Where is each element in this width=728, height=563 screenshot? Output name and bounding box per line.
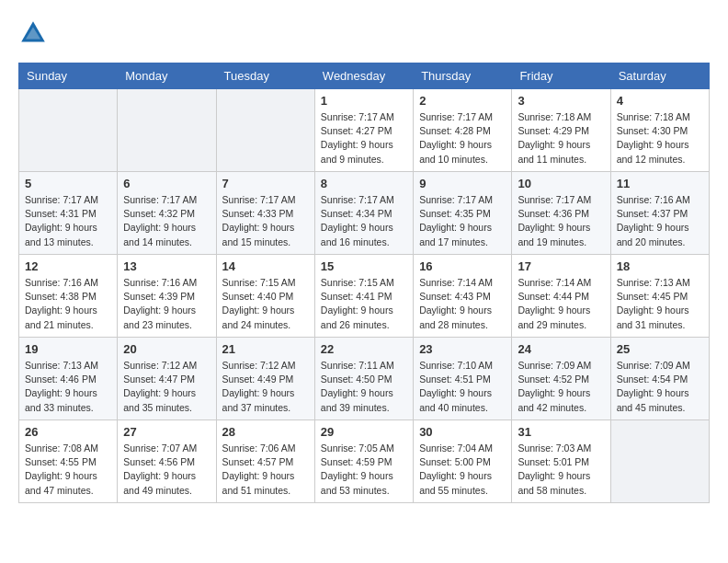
logo (18, 18, 51, 48)
day-info: Sunrise: 7:11 AMSunset: 4:50 PMDaylight:… (321, 359, 407, 415)
day-number: 22 (321, 342, 407, 356)
calendar-week-row: 26Sunrise: 7:08 AMSunset: 4:55 PMDayligh… (19, 420, 710, 503)
day-number: 19 (25, 342, 111, 356)
calendar-cell: 29Sunrise: 7:05 AMSunset: 4:59 PMDayligh… (314, 420, 413, 503)
day-number: 11 (617, 177, 703, 190)
day-info: Sunrise: 7:17 AMSunset: 4:31 PMDaylight:… (25, 193, 111, 249)
day-info: Sunrise: 7:15 AMSunset: 4:41 PMDaylight:… (321, 276, 407, 332)
day-info: Sunrise: 7:18 AMSunset: 4:29 PMDaylight:… (518, 110, 604, 167)
day-info: Sunrise: 7:03 AMSunset: 5:01 PMDaylight:… (518, 442, 604, 498)
day-info: Sunrise: 7:07 AMSunset: 4:56 PMDaylight:… (123, 442, 210, 498)
calendar-week-row: 12Sunrise: 7:16 AMSunset: 4:38 PMDayligh… (19, 255, 710, 338)
calendar-cell: 6Sunrise: 7:17 AMSunset: 4:32 PMDaylight… (118, 172, 216, 255)
weekday-header: Monday (118, 63, 216, 89)
day-info: Sunrise: 7:17 AMSunset: 4:32 PMDaylight:… (123, 193, 210, 249)
day-number: 26 (25, 425, 111, 439)
calendar-week-row: 5Sunrise: 7:17 AMSunset: 4:31 PMDaylight… (19, 172, 710, 255)
calendar-cell (19, 89, 118, 172)
calendar-cell: 8Sunrise: 7:17 AMSunset: 4:34 PMDaylight… (314, 172, 413, 255)
day-info: Sunrise: 7:14 AMSunset: 4:44 PMDaylight:… (518, 276, 604, 332)
day-number: 9 (419, 177, 506, 190)
day-number: 12 (25, 259, 111, 273)
calendar-cell: 21Sunrise: 7:12 AMSunset: 4:49 PMDayligh… (216, 338, 314, 420)
calendar-cell: 19Sunrise: 7:13 AMSunset: 4:46 PMDayligh… (19, 338, 118, 420)
calendar-cell: 31Sunrise: 7:03 AMSunset: 5:01 PMDayligh… (512, 420, 610, 503)
day-number: 20 (123, 342, 210, 356)
weekday-header: Thursday (414, 63, 512, 89)
calendar-cell: 3Sunrise: 7:18 AMSunset: 4:29 PMDaylight… (512, 89, 610, 172)
day-info: Sunrise: 7:17 AMSunset: 4:35 PMDaylight:… (419, 193, 506, 249)
day-info: Sunrise: 7:17 AMSunset: 4:34 PMDaylight:… (321, 193, 407, 249)
day-number: 7 (222, 177, 309, 190)
calendar-cell: 2Sunrise: 7:17 AMSunset: 4:28 PMDaylight… (414, 89, 512, 172)
calendar-cell: 16Sunrise: 7:14 AMSunset: 4:43 PMDayligh… (414, 255, 512, 338)
day-number: 25 (617, 342, 703, 356)
calendar-cell: 4Sunrise: 7:18 AMSunset: 4:30 PMDaylight… (610, 89, 709, 172)
calendar-cell: 1Sunrise: 7:17 AMSunset: 4:27 PMDaylight… (314, 89, 413, 172)
calendar-cell: 28Sunrise: 7:06 AMSunset: 4:57 PMDayligh… (216, 420, 314, 503)
day-info: Sunrise: 7:06 AMSunset: 4:57 PMDaylight:… (222, 442, 309, 498)
calendar-cell: 22Sunrise: 7:11 AMSunset: 4:50 PMDayligh… (314, 338, 413, 420)
day-info: Sunrise: 7:13 AMSunset: 4:46 PMDaylight:… (25, 359, 111, 415)
day-info: Sunrise: 7:17 AMSunset: 4:27 PMDaylight:… (321, 110, 407, 167)
calendar-cell: 30Sunrise: 7:04 AMSunset: 5:00 PMDayligh… (414, 420, 512, 503)
day-info: Sunrise: 7:08 AMSunset: 4:55 PMDaylight:… (25, 442, 111, 498)
calendar-cell: 9Sunrise: 7:17 AMSunset: 4:35 PMDaylight… (414, 172, 512, 255)
day-number: 24 (518, 342, 604, 356)
calendar-cell: 11Sunrise: 7:16 AMSunset: 4:37 PMDayligh… (610, 172, 709, 255)
day-number: 14 (222, 259, 309, 273)
calendar-cell: 12Sunrise: 7:16 AMSunset: 4:38 PMDayligh… (19, 255, 118, 338)
calendar-cell: 24Sunrise: 7:09 AMSunset: 4:52 PMDayligh… (512, 338, 610, 420)
calendar-week-row: 1Sunrise: 7:17 AMSunset: 4:27 PMDaylight… (19, 89, 710, 172)
calendar-cell: 7Sunrise: 7:17 AMSunset: 4:33 PMDaylight… (216, 172, 314, 255)
day-number: 16 (419, 259, 506, 273)
day-info: Sunrise: 7:17 AMSunset: 4:36 PMDaylight:… (518, 193, 604, 249)
calendar-cell (216, 89, 314, 172)
calendar-cell (118, 89, 216, 172)
day-number: 4 (617, 94, 703, 108)
weekday-header: Tuesday (216, 63, 314, 89)
day-info: Sunrise: 7:16 AMSunset: 4:37 PMDaylight:… (617, 193, 703, 249)
day-info: Sunrise: 7:14 AMSunset: 4:43 PMDaylight:… (419, 276, 506, 332)
weekday-header: Friday (512, 63, 610, 89)
day-number: 30 (419, 425, 506, 439)
day-number: 1 (321, 94, 407, 108)
day-info: Sunrise: 7:15 AMSunset: 4:40 PMDaylight:… (222, 276, 309, 332)
weekday-header: Wednesday (314, 63, 413, 89)
calendar-cell (610, 420, 709, 503)
day-info: Sunrise: 7:05 AMSunset: 4:59 PMDaylight:… (321, 442, 407, 498)
day-info: Sunrise: 7:13 AMSunset: 4:45 PMDaylight:… (617, 276, 703, 332)
day-number: 8 (321, 177, 407, 190)
day-info: Sunrise: 7:09 AMSunset: 4:54 PMDaylight:… (617, 359, 703, 415)
day-number: 13 (123, 259, 210, 273)
day-info: Sunrise: 7:18 AMSunset: 4:30 PMDaylight:… (617, 110, 703, 167)
day-info: Sunrise: 7:17 AMSunset: 4:28 PMDaylight:… (419, 110, 506, 167)
calendar-table: SundayMondayTuesdayWednesdayThursdayFrid… (18, 63, 710, 503)
day-info: Sunrise: 7:16 AMSunset: 4:39 PMDaylight:… (123, 276, 210, 332)
calendar-cell: 18Sunrise: 7:13 AMSunset: 4:45 PMDayligh… (610, 255, 709, 338)
day-number: 28 (222, 425, 309, 439)
day-number: 21 (222, 342, 309, 356)
logo-icon (18, 18, 48, 48)
day-number: 18 (617, 259, 703, 273)
calendar-cell: 20Sunrise: 7:12 AMSunset: 4:47 PMDayligh… (118, 338, 216, 420)
day-info: Sunrise: 7:10 AMSunset: 4:51 PMDaylight:… (419, 359, 506, 415)
calendar-cell: 17Sunrise: 7:14 AMSunset: 4:44 PMDayligh… (512, 255, 610, 338)
calendar-cell: 14Sunrise: 7:15 AMSunset: 4:40 PMDayligh… (216, 255, 314, 338)
calendar-cell: 25Sunrise: 7:09 AMSunset: 4:54 PMDayligh… (610, 338, 709, 420)
calendar-cell: 23Sunrise: 7:10 AMSunset: 4:51 PMDayligh… (414, 338, 512, 420)
day-number: 5 (25, 177, 111, 190)
day-number: 17 (518, 259, 604, 273)
page-header (18, 18, 710, 48)
weekday-header: Saturday (610, 63, 709, 89)
calendar-cell: 27Sunrise: 7:07 AMSunset: 4:56 PMDayligh… (118, 420, 216, 503)
day-info: Sunrise: 7:16 AMSunset: 4:38 PMDaylight:… (25, 276, 111, 332)
day-info: Sunrise: 7:12 AMSunset: 4:47 PMDaylight:… (123, 359, 210, 415)
calendar-week-row: 19Sunrise: 7:13 AMSunset: 4:46 PMDayligh… (19, 338, 710, 420)
calendar-cell: 13Sunrise: 7:16 AMSunset: 4:39 PMDayligh… (118, 255, 216, 338)
calendar-cell: 26Sunrise: 7:08 AMSunset: 4:55 PMDayligh… (19, 420, 118, 503)
day-number: 2 (419, 94, 506, 108)
day-number: 29 (321, 425, 407, 439)
calendar-cell: 10Sunrise: 7:17 AMSunset: 4:36 PMDayligh… (512, 172, 610, 255)
calendar-cell: 15Sunrise: 7:15 AMSunset: 4:41 PMDayligh… (314, 255, 413, 338)
